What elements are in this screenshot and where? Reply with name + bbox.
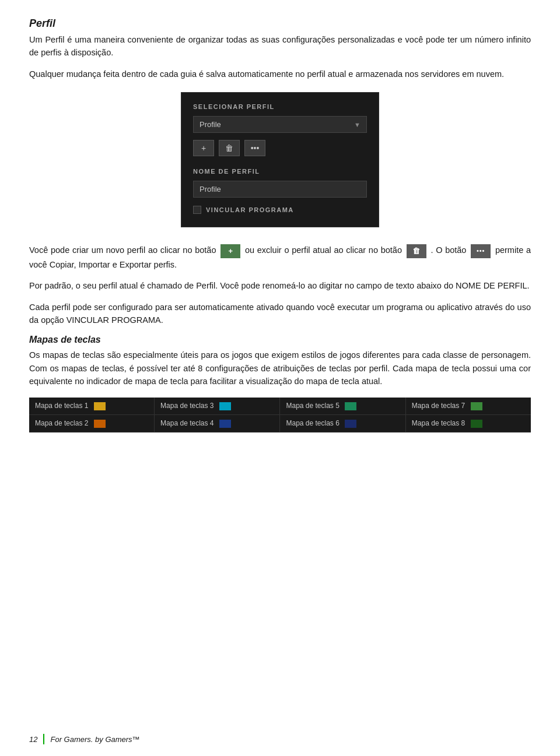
- link-program-checkbox[interactable]: [193, 206, 201, 214]
- subsection-p1-text: Os mapas de teclas são especialmente úte…: [29, 350, 531, 386]
- keymap-8-label: Mapa de teclas 8: [412, 419, 465, 427]
- keymap-3-color: [219, 402, 231, 410]
- keymap-row-1: Mapa de teclas 1 Mapa de teclas 3 Mapa d…: [29, 398, 531, 414]
- keymap-6: Mapa de teclas 6: [280, 414, 405, 432]
- brand-label: For Gamers. by Gamers™: [50, 735, 139, 744]
- keymap-2: Mapa de teclas 2: [29, 414, 155, 432]
- keymap-3: Mapa de teclas 3: [155, 398, 280, 414]
- keymap-7-label: Mapa de teclas 7: [412, 402, 465, 410]
- main-content: Perfil Um Perfil é uma maneira convenien…: [29, 17, 531, 432]
- keymap-4-color: [219, 420, 231, 428]
- dots-icon: •••: [251, 143, 260, 153]
- p3-mid-text: ou excluir o perfil atual ao clicar no b…: [245, 245, 402, 255]
- keymap-5-color: [345, 402, 356, 410]
- keymap-4: Mapa de teclas 4: [155, 414, 280, 432]
- title-text: Perfil: [29, 17, 55, 29]
- keymap-4-label: Mapa de teclas 4: [160, 419, 214, 427]
- profile-name-label-text: NOME DE PERFIL: [193, 168, 260, 175]
- keymap-1: Mapa de teclas 1: [29, 398, 155, 414]
- keymap-1-label: Mapa de teclas 1: [35, 402, 88, 410]
- trash-icon: 🗑: [225, 143, 233, 153]
- paragraph-2: Qualquer mudança feita dentro de cada gu…: [29, 68, 531, 80]
- link-program-label: VINCULAR PROGRAMA: [206, 206, 294, 213]
- paragraph-1: Um Perfil é uma maneira conveniente de o…: [29, 33, 531, 59]
- keymap-3-label: Mapa de teclas 3: [160, 402, 214, 410]
- profile-dropdown[interactable]: Profile ▼: [193, 116, 367, 133]
- keymap-row-2: Mapa de teclas 2 Mapa de teclas 4 Mapa d…: [29, 414, 531, 432]
- paragraph-5: Cada perfil pode ser configurado para se…: [29, 301, 531, 327]
- keymap-6-label: Mapa de teclas 6: [286, 419, 339, 427]
- keymap-table: Mapa de teclas 1 Mapa de teclas 3 Mapa d…: [29, 398, 531, 432]
- select-profile-label: SELECIONAR PERFIL: [193, 103, 367, 110]
- p5-text: Cada perfil pode ser configurado para se…: [29, 303, 531, 325]
- subsection-paragraph: Os mapas de teclas são especialmente úte…: [29, 349, 531, 388]
- chevron-down-icon: ▼: [354, 121, 360, 128]
- paragraph-4: Por padrão, o seu perfil atual é chamado…: [29, 279, 531, 292]
- profile-action-buttons: + 🗑 •••: [193, 140, 367, 156]
- dots-inline-icon: •••: [471, 244, 491, 258]
- keymap-8: Mapa de teclas 8: [405, 414, 531, 432]
- delete-profile-button[interactable]: 🗑: [219, 140, 240, 156]
- brand-text: For Gamers. by Gamers™: [50, 735, 139, 744]
- p4-text: Por padrão, o seu perfil atual é chamado…: [29, 281, 530, 290]
- keymap-2-label: Mapa de teclas 2: [35, 419, 88, 427]
- ui-panel: SELECIONAR PERFIL Profile ▼ + 🗑 ••• NOME…: [181, 92, 379, 227]
- link-program-label-text: VINCULAR PROGRAMA: [206, 206, 294, 213]
- page-number: 12: [29, 735, 37, 744]
- page-number-text: 12: [29, 735, 37, 744]
- subsection-title-text: Mapas de teclas: [29, 335, 101, 344]
- more-options-button[interactable]: •••: [244, 140, 265, 156]
- add-profile-button[interactable]: +: [193, 140, 214, 156]
- keymap-1-color: [94, 402, 106, 410]
- footer-separator: [43, 734, 44, 744]
- add-inline-icon: +: [220, 244, 240, 258]
- keymap-7: Mapa de teclas 7: [405, 398, 531, 414]
- select-label-text: SELECIONAR PERFIL: [193, 103, 275, 110]
- p2-text: Qualquer mudança feita dentro de cada gu…: [29, 69, 504, 79]
- profile-name-label: NOME DE PERFIL: [193, 168, 367, 175]
- p3-before-text: Você pode criar um novo perfil ao clicar…: [29, 245, 216, 255]
- dropdown-value: Profile: [200, 120, 221, 129]
- profile-dropdown-row: Profile ▼: [193, 116, 367, 133]
- section-title: Perfil: [29, 17, 531, 30]
- keymap-5: Mapa de teclas 5: [280, 398, 405, 414]
- delete-inline-icon: 🗑: [407, 244, 426, 258]
- keymap-2-color: [94, 420, 106, 428]
- keymap-5-label: Mapa de teclas 5: [286, 402, 339, 410]
- footer: 12 For Gamers. by Gamers™: [29, 734, 140, 744]
- profile-name-input[interactable]: [193, 181, 367, 198]
- keymap-7-color: [471, 402, 482, 410]
- p1-text: Um Perfil é uma maneira conveniente de o…: [29, 35, 531, 57]
- keymap-6-color: [345, 420, 356, 428]
- subsection-title: Mapas de teclas: [29, 335, 531, 345]
- p3-after-text: . O botão: [430, 245, 466, 255]
- add-icon: +: [201, 143, 206, 153]
- paragraph-3: Você pode criar um novo perfil ao clicar…: [29, 244, 531, 271]
- keymap-8-color: [471, 420, 482, 428]
- link-program-row: VINCULAR PROGRAMA: [193, 206, 367, 214]
